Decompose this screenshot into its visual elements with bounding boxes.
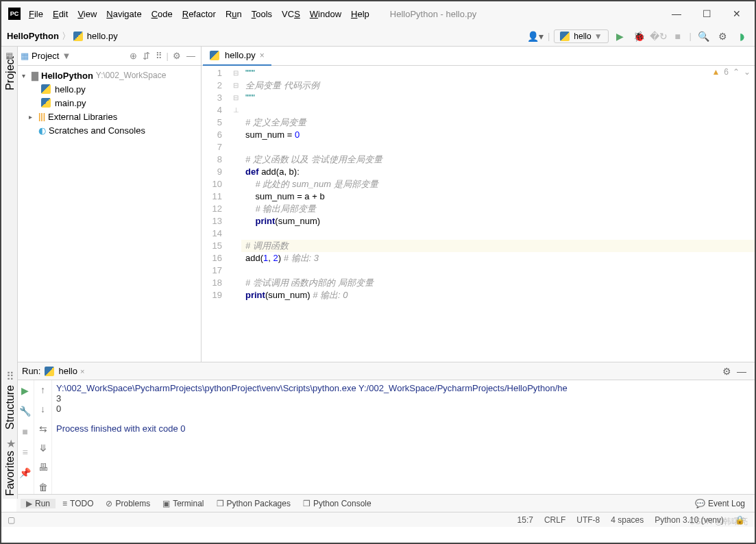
expand-all-icon[interactable]: ⇵ bbox=[141, 51, 151, 61]
code-content[interactable]: """全局变量 代码示例"""# 定义全局变量sum_num = 0# 定义函数… bbox=[241, 66, 755, 362]
menu-code[interactable]: Code bbox=[147, 6, 177, 22]
tree-root[interactable]: ▾ ▇ HelloPython Y:\002_WorkSpace bbox=[16, 69, 201, 82]
menu-run[interactable]: Run bbox=[221, 6, 246, 22]
hide-run-icon[interactable]: — bbox=[734, 364, 749, 379]
maximize-button[interactable]: ☐ bbox=[692, 3, 722, 24]
panel-settings-icon[interactable]: ⚙ bbox=[171, 51, 182, 61]
run-panel: Run: hello × ⚙ — ▶ 🔧 ■ ≡ 📌 ↑ ↓ ⇆ ⤋ 🖶 🗑 Y… bbox=[16, 362, 755, 494]
close-button[interactable]: ✕ bbox=[722, 3, 752, 24]
python-file-icon bbox=[41, 84, 51, 94]
close-tab-icon[interactable]: × bbox=[260, 51, 265, 60]
up-icon[interactable]: ↑ bbox=[36, 383, 51, 397]
bottom-tab-eventlog[interactable]: 💬Event Log bbox=[690, 499, 751, 508]
folder-icon: ▇ bbox=[32, 71, 38, 81]
scratches-icon: ◐ bbox=[38, 125, 46, 136]
bottom-tool-bar: ▶Run ≡TODO ⊘Problems ▣Terminal ❒Python P… bbox=[16, 494, 755, 512]
debug-button[interactable]: 🐞 bbox=[632, 29, 647, 44]
run-tab[interactable]: hello × bbox=[40, 366, 88, 376]
scroll-end-icon[interactable]: ⤋ bbox=[36, 441, 51, 455]
run-stop-button[interactable]: ■ bbox=[18, 424, 33, 439]
breadcrumb: HelloPython 〉 hello.py bbox=[7, 30, 118, 42]
menu-view[interactable]: View bbox=[73, 6, 101, 22]
run-config-name: hello bbox=[574, 32, 591, 41]
menu-refactor[interactable]: Refactor bbox=[178, 6, 220, 22]
breadcrumb-project[interactable]: HelloPython bbox=[7, 31, 59, 41]
collapse-all-icon[interactable]: ⠿ bbox=[154, 51, 164, 61]
run-exit-icon[interactable]: ≡ bbox=[18, 445, 33, 460]
menu-file[interactable]: File bbox=[25, 6, 47, 22]
menu-tools[interactable]: Tools bbox=[247, 6, 276, 22]
interpreter-info[interactable]: Python 3.10 (venv) bbox=[649, 515, 729, 525]
run-settings-icon[interactable]: ⚙ bbox=[719, 364, 734, 379]
project-tree: ▾ ▇ HelloPython Y:\002_WorkSpace hello.p… bbox=[16, 66, 201, 362]
project-panel: ▦ Project ▼ ⊕ ⇵ ⠿ | ⚙ — ▾ ▇ HelloPython … bbox=[16, 47, 202, 362]
output-finished: Process finished with exit code 0 bbox=[56, 423, 751, 434]
user-icon[interactable]: 👤▾ bbox=[527, 31, 544, 42]
tree-scratches[interactable]: ▸ ◐ Scratches and Consoles bbox=[16, 123, 201, 137]
tree-external-libs[interactable]: ▸ ||| External Libraries bbox=[16, 110, 201, 123]
editor-body[interactable]: ▲ 6 ⌃ ⌄ 12345678910111213141516171819 ⊟ … bbox=[202, 66, 755, 362]
library-icon: ||| bbox=[38, 112, 45, 121]
python-file-icon bbox=[73, 32, 83, 41]
clear-icon[interactable]: 🗑 bbox=[36, 480, 51, 494]
sidebar-structure[interactable]: Structure bbox=[4, 382, 16, 432]
down-icon[interactable]: ↓ bbox=[36, 402, 51, 416]
breadcrumb-separator: 〉 bbox=[62, 30, 71, 42]
rerun-button[interactable]: ▶ bbox=[18, 383, 33, 398]
minimize-button[interactable]: — bbox=[661, 3, 692, 24]
bottom-tab-packages[interactable]: ❒Python Packages bbox=[211, 499, 296, 508]
tree-file-main[interactable]: main.py bbox=[16, 96, 201, 110]
run-config-selector[interactable]: hello ▼ bbox=[554, 29, 608, 43]
ide-icon[interactable]: ◗ bbox=[734, 29, 749, 44]
lock-icon[interactable]: 🔒 bbox=[729, 515, 751, 525]
bottom-tab-terminal[interactable]: ▣Terminal bbox=[157, 499, 209, 508]
menu-window[interactable]: Window bbox=[306, 6, 345, 22]
window-controls: — ☐ ✕ bbox=[661, 3, 752, 24]
bottom-tab-console[interactable]: ❒Python Console bbox=[297, 499, 377, 508]
print-icon[interactable]: 🖶 bbox=[36, 460, 51, 474]
menu-bar: File Edit View Navigate Code Refactor Ru… bbox=[25, 6, 374, 22]
structure-icon: ⠿ bbox=[6, 370, 14, 383]
menu-navigate[interactable]: Navigate bbox=[102, 6, 145, 22]
editor-area: hello.py × ▲ 6 ⌃ ⌄ 123456789101112131415… bbox=[202, 47, 755, 362]
hide-panel-icon[interactable]: — bbox=[185, 51, 197, 61]
menu-vcs[interactable]: VCS bbox=[278, 6, 304, 22]
python-file-icon bbox=[41, 98, 51, 108]
line-numbers: 12345678910111213141516171819 bbox=[202, 66, 233, 362]
run-button[interactable]: ▶ bbox=[613, 29, 628, 44]
close-run-tab-icon[interactable]: × bbox=[80, 367, 84, 375]
project-panel-title[interactable]: Project bbox=[32, 51, 59, 61]
bottom-tab-problems[interactable]: ⊘Problems bbox=[100, 499, 156, 508]
coverage-button[interactable]: �↻ bbox=[651, 29, 666, 44]
select-opened-icon[interactable]: ⊕ bbox=[128, 51, 138, 61]
sidebar-favorites[interactable]: Favorites bbox=[4, 448, 16, 499]
run-pin-icon[interactable]: 📌 bbox=[18, 465, 33, 480]
bottom-tab-todo[interactable]: ≡TODO bbox=[57, 499, 99, 508]
navigation-bar: HelloPython 〉 hello.py 👤▾ | hello ▼ ▶ 🐞 … bbox=[1, 26, 755, 47]
status-icon[interactable]: ▢ bbox=[5, 515, 16, 525]
soft-wrap-icon[interactable]: ⇆ bbox=[36, 422, 51, 436]
settings-button[interactable]: ⚙ bbox=[715, 29, 730, 44]
line-separator[interactable]: CRLF bbox=[539, 515, 571, 525]
python-icon bbox=[560, 32, 570, 41]
menu-edit[interactable]: Edit bbox=[49, 6, 72, 22]
run-wrench-icon[interactable]: 🔧 bbox=[18, 404, 33, 419]
run-output[interactable]: Y:\002_WorkSpace\PycharmProjects\pythonP… bbox=[52, 380, 755, 494]
python-icon bbox=[45, 367, 54, 376]
title-bar: PC File Edit View Navigate Code Refactor… bbox=[1, 1, 755, 26]
stop-button[interactable]: ■ bbox=[670, 29, 685, 44]
breadcrumb-file[interactable]: hello.py bbox=[87, 31, 118, 41]
editor-tab-hello[interactable]: hello.py × bbox=[203, 47, 271, 66]
python-file-icon bbox=[210, 51, 219, 60]
file-encoding[interactable]: UTF-8 bbox=[571, 515, 605, 525]
run-panel-header: Run: hello × ⚙ — bbox=[16, 362, 755, 380]
window-title: HelloPython - hello.py bbox=[390, 9, 476, 19]
caret-position[interactable]: 15:7 bbox=[512, 515, 539, 525]
search-button[interactable]: 🔍 bbox=[696, 29, 711, 44]
indent-info[interactable]: 4 spaces bbox=[605, 515, 649, 525]
run-toolbar-extra: ↑ ↓ ⇆ ⤋ 🖶 🗑 bbox=[34, 380, 52, 494]
project-stripe-icon: ▦ bbox=[5, 51, 13, 60]
bottom-tab-run[interactable]: ▶Run bbox=[21, 499, 56, 508]
tree-file-hello[interactable]: hello.py bbox=[16, 82, 201, 96]
menu-help[interactable]: Help bbox=[347, 6, 374, 22]
